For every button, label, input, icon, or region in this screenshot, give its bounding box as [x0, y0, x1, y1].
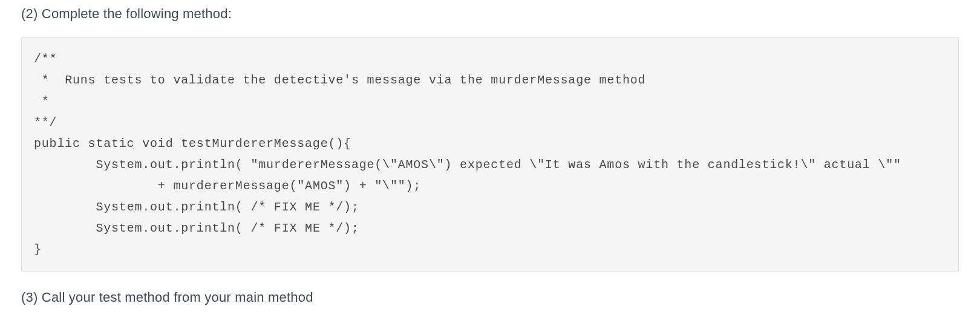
- code-block: /** * Runs tests to validate the detecti…: [21, 37, 959, 271]
- instruction-top: (2) Complete the following method:: [21, 6, 959, 22]
- instruction-bottom: (3) Call your test method from your main…: [21, 290, 959, 305]
